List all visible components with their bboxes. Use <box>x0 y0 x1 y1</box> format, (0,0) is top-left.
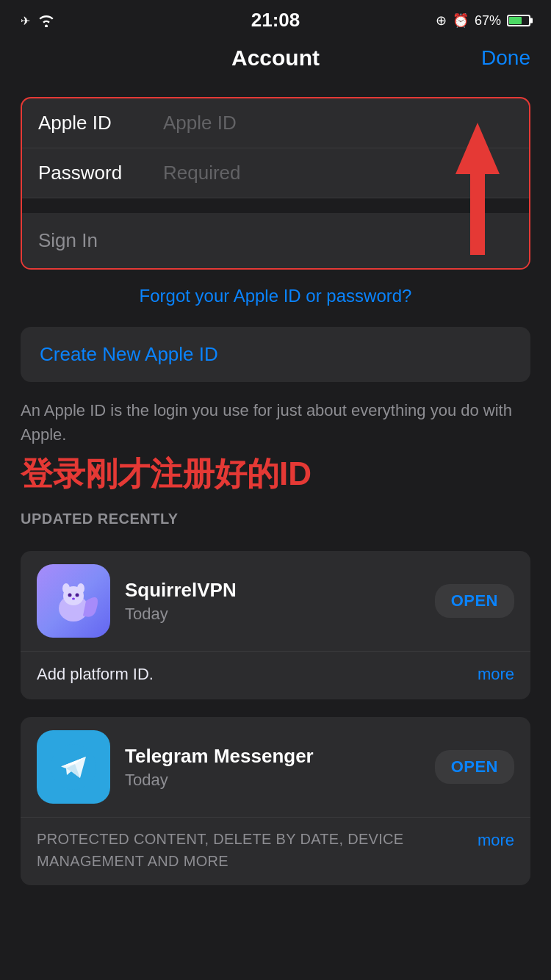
squirrelvpn-info: SquirrelVPN Today <box>125 579 420 624</box>
svg-marker-0 <box>455 123 500 255</box>
signin-label: Sign In <box>38 229 98 252</box>
info-text: An Apple ID is the login you use for jus… <box>21 398 530 447</box>
app-row-telegram: Telegram Messenger Today OPEN <box>21 717 530 817</box>
svg-point-5 <box>68 594 72 597</box>
done-button[interactable]: Done <box>481 46 530 70</box>
telegram-svg <box>51 744 96 790</box>
page-title: Account <box>231 46 320 71</box>
status-right-icons: ⊕ ⏰ 67% <box>436 12 530 29</box>
main-content: Apple ID Password Sign In Forgot your Ap… <box>0 97 551 916</box>
squirrelvpn-icon <box>37 564 110 638</box>
squirrelvpn-description-text: Add platform ID. <box>37 662 154 686</box>
svg-point-6 <box>76 594 79 597</box>
updated-recently-label: UPDATED RECENTLY <box>21 511 530 527</box>
gap-1 <box>0 533 551 551</box>
squirrelvpn-name: SquirrelVPN <box>125 579 420 602</box>
telegram-more-link[interactable]: more <box>478 828 514 852</box>
squirrelvpn-open-button[interactable]: OPEN <box>435 584 514 618</box>
telegram-info: Telegram Messenger Today <box>125 745 420 790</box>
svg-point-3 <box>62 583 70 594</box>
telegram-description-text: PROTECTED CONTENT, DELETE BY DATE, DEVIC… <box>37 828 466 872</box>
squirrelvpn-description-row: Add platform ID. more <box>21 651 530 699</box>
status-bar: ✈ 21:08 ⊕ ⏰ 67% <box>0 0 551 37</box>
wifi-icon <box>37 14 55 27</box>
nav-bar: Account Done <box>0 37 551 82</box>
status-left-icons: ✈ <box>21 14 55 28</box>
app-row-squirrelvpn: SquirrelVPN Today OPEN <box>21 551 530 651</box>
battery-percent: 67% <box>475 13 501 29</box>
chinese-annotation: 登录刚才注册好的ID <box>21 453 530 494</box>
red-arrow-icon <box>448 123 507 255</box>
create-apple-id-section[interactable]: Create New Apple ID <box>21 327 530 382</box>
apple-id-label: Apple ID <box>38 112 163 134</box>
create-apple-id-link[interactable]: Create New Apple ID <box>40 343 218 365</box>
telegram-icon <box>37 730 110 804</box>
battery-icon <box>507 15 530 26</box>
squirrel-svg <box>48 575 99 627</box>
telegram-open-button[interactable]: OPEN <box>435 750 514 784</box>
forgot-link[interactable]: Forgot your Apple ID or password? <box>0 270 551 306</box>
telegram-name: Telegram Messenger <box>125 745 420 768</box>
location-icon: ⊕ <box>436 12 447 29</box>
airplane-icon: ✈ <box>21 14 30 28</box>
squirrelvpn-subtitle: Today <box>125 605 420 624</box>
app-item-squirrelvpn: SquirrelVPN Today OPEN Add platform ID. … <box>21 551 530 699</box>
gap-2 <box>0 699 551 717</box>
password-label: Password <box>38 162 163 184</box>
app-item-telegram: Telegram Messenger Today OPEN PROTECTED … <box>21 717 530 885</box>
battery-fill <box>509 17 522 24</box>
svg-point-4 <box>77 583 84 594</box>
status-time: 21:08 <box>251 9 300 32</box>
bottom-spacer <box>0 887 551 916</box>
alarm-icon: ⏰ <box>453 12 469 29</box>
squirrelvpn-more-link[interactable]: more <box>478 662 514 686</box>
svg-point-7 <box>72 598 75 600</box>
telegram-description-row: PROTECTED CONTENT, DELETE BY DATE, DEVIC… <box>21 817 530 885</box>
telegram-subtitle: Today <box>125 771 420 790</box>
